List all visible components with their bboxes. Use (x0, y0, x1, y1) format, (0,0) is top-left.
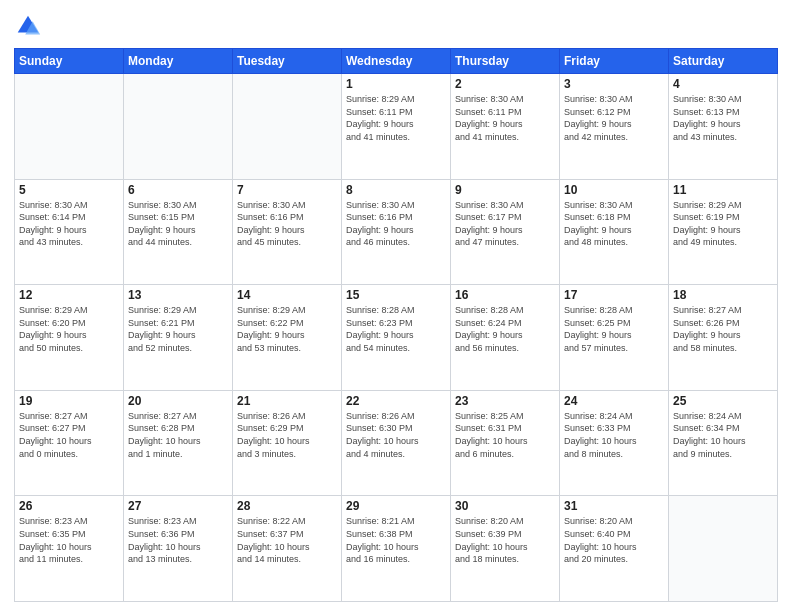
day-number: 18 (673, 288, 773, 302)
calendar-cell: 3Sunrise: 8:30 AM Sunset: 6:12 PM Daylig… (560, 74, 669, 180)
day-info: Sunrise: 8:28 AM Sunset: 6:25 PM Dayligh… (564, 304, 664, 354)
day-info: Sunrise: 8:28 AM Sunset: 6:23 PM Dayligh… (346, 304, 446, 354)
day-info: Sunrise: 8:25 AM Sunset: 6:31 PM Dayligh… (455, 410, 555, 460)
day-number: 17 (564, 288, 664, 302)
calendar-cell: 5Sunrise: 8:30 AM Sunset: 6:14 PM Daylig… (15, 179, 124, 285)
calendar-week-row: 5Sunrise: 8:30 AM Sunset: 6:14 PM Daylig… (15, 179, 778, 285)
day-number: 28 (237, 499, 337, 513)
day-number: 14 (237, 288, 337, 302)
calendar-cell: 21Sunrise: 8:26 AM Sunset: 6:29 PM Dayli… (233, 390, 342, 496)
day-info: Sunrise: 8:24 AM Sunset: 6:34 PM Dayligh… (673, 410, 773, 460)
weekday-header: Saturday (669, 49, 778, 74)
day-number: 1 (346, 77, 446, 91)
calendar-cell: 30Sunrise: 8:20 AM Sunset: 6:39 PM Dayli… (451, 496, 560, 602)
calendar-cell: 26Sunrise: 8:23 AM Sunset: 6:35 PM Dayli… (15, 496, 124, 602)
day-info: Sunrise: 8:20 AM Sunset: 6:40 PM Dayligh… (564, 515, 664, 565)
weekday-header: Friday (560, 49, 669, 74)
weekday-header: Thursday (451, 49, 560, 74)
day-info: Sunrise: 8:29 AM Sunset: 6:20 PM Dayligh… (19, 304, 119, 354)
day-info: Sunrise: 8:26 AM Sunset: 6:29 PM Dayligh… (237, 410, 337, 460)
calendar-cell: 27Sunrise: 8:23 AM Sunset: 6:36 PM Dayli… (124, 496, 233, 602)
calendar-cell (669, 496, 778, 602)
calendar-cell: 13Sunrise: 8:29 AM Sunset: 6:21 PM Dayli… (124, 285, 233, 391)
day-info: Sunrise: 8:30 AM Sunset: 6:17 PM Dayligh… (455, 199, 555, 249)
weekday-header: Sunday (15, 49, 124, 74)
calendar-week-row: 19Sunrise: 8:27 AM Sunset: 6:27 PM Dayli… (15, 390, 778, 496)
day-info: Sunrise: 8:24 AM Sunset: 6:33 PM Dayligh… (564, 410, 664, 460)
calendar-cell: 1Sunrise: 8:29 AM Sunset: 6:11 PM Daylig… (342, 74, 451, 180)
day-number: 27 (128, 499, 228, 513)
day-number: 9 (455, 183, 555, 197)
day-number: 6 (128, 183, 228, 197)
calendar-week-row: 12Sunrise: 8:29 AM Sunset: 6:20 PM Dayli… (15, 285, 778, 391)
day-info: Sunrise: 8:30 AM Sunset: 6:13 PM Dayligh… (673, 93, 773, 143)
calendar-cell: 31Sunrise: 8:20 AM Sunset: 6:40 PM Dayli… (560, 496, 669, 602)
logo-icon (14, 12, 42, 40)
calendar-cell: 10Sunrise: 8:30 AM Sunset: 6:18 PM Dayli… (560, 179, 669, 285)
weekday-header-row: SundayMondayTuesdayWednesdayThursdayFrid… (15, 49, 778, 74)
calendar-cell: 11Sunrise: 8:29 AM Sunset: 6:19 PM Dayli… (669, 179, 778, 285)
day-number: 16 (455, 288, 555, 302)
day-number: 12 (19, 288, 119, 302)
day-info: Sunrise: 8:30 AM Sunset: 6:12 PM Dayligh… (564, 93, 664, 143)
day-info: Sunrise: 8:30 AM Sunset: 6:18 PM Dayligh… (564, 199, 664, 249)
calendar-cell: 6Sunrise: 8:30 AM Sunset: 6:15 PM Daylig… (124, 179, 233, 285)
day-number: 19 (19, 394, 119, 408)
day-number: 2 (455, 77, 555, 91)
day-number: 23 (455, 394, 555, 408)
day-number: 31 (564, 499, 664, 513)
day-number: 13 (128, 288, 228, 302)
weekday-header: Wednesday (342, 49, 451, 74)
day-number: 11 (673, 183, 773, 197)
calendar-cell: 29Sunrise: 8:21 AM Sunset: 6:38 PM Dayli… (342, 496, 451, 602)
weekday-header: Tuesday (233, 49, 342, 74)
calendar-cell: 14Sunrise: 8:29 AM Sunset: 6:22 PM Dayli… (233, 285, 342, 391)
calendar: SundayMondayTuesdayWednesdayThursdayFrid… (14, 48, 778, 602)
day-number: 26 (19, 499, 119, 513)
day-info: Sunrise: 8:30 AM Sunset: 6:16 PM Dayligh… (237, 199, 337, 249)
day-info: Sunrise: 8:30 AM Sunset: 6:11 PM Dayligh… (455, 93, 555, 143)
day-number: 7 (237, 183, 337, 197)
calendar-cell: 18Sunrise: 8:27 AM Sunset: 6:26 PM Dayli… (669, 285, 778, 391)
calendar-cell: 8Sunrise: 8:30 AM Sunset: 6:16 PM Daylig… (342, 179, 451, 285)
day-number: 25 (673, 394, 773, 408)
calendar-cell: 16Sunrise: 8:28 AM Sunset: 6:24 PM Dayli… (451, 285, 560, 391)
day-info: Sunrise: 8:30 AM Sunset: 6:15 PM Dayligh… (128, 199, 228, 249)
calendar-cell: 23Sunrise: 8:25 AM Sunset: 6:31 PM Dayli… (451, 390, 560, 496)
day-info: Sunrise: 8:29 AM Sunset: 6:21 PM Dayligh… (128, 304, 228, 354)
calendar-cell (15, 74, 124, 180)
day-number: 8 (346, 183, 446, 197)
calendar-cell: 15Sunrise: 8:28 AM Sunset: 6:23 PM Dayli… (342, 285, 451, 391)
day-number: 15 (346, 288, 446, 302)
day-info: Sunrise: 8:23 AM Sunset: 6:36 PM Dayligh… (128, 515, 228, 565)
day-info: Sunrise: 8:23 AM Sunset: 6:35 PM Dayligh… (19, 515, 119, 565)
day-number: 22 (346, 394, 446, 408)
calendar-cell: 17Sunrise: 8:28 AM Sunset: 6:25 PM Dayli… (560, 285, 669, 391)
calendar-cell (233, 74, 342, 180)
day-info: Sunrise: 8:20 AM Sunset: 6:39 PM Dayligh… (455, 515, 555, 565)
calendar-cell: 22Sunrise: 8:26 AM Sunset: 6:30 PM Dayli… (342, 390, 451, 496)
day-info: Sunrise: 8:30 AM Sunset: 6:14 PM Dayligh… (19, 199, 119, 249)
calendar-cell: 4Sunrise: 8:30 AM Sunset: 6:13 PM Daylig… (669, 74, 778, 180)
day-info: Sunrise: 8:26 AM Sunset: 6:30 PM Dayligh… (346, 410, 446, 460)
calendar-cell: 7Sunrise: 8:30 AM Sunset: 6:16 PM Daylig… (233, 179, 342, 285)
calendar-week-row: 26Sunrise: 8:23 AM Sunset: 6:35 PM Dayli… (15, 496, 778, 602)
day-number: 29 (346, 499, 446, 513)
day-number: 30 (455, 499, 555, 513)
calendar-cell: 24Sunrise: 8:24 AM Sunset: 6:33 PM Dayli… (560, 390, 669, 496)
day-info: Sunrise: 8:29 AM Sunset: 6:19 PM Dayligh… (673, 199, 773, 249)
day-info: Sunrise: 8:27 AM Sunset: 6:28 PM Dayligh… (128, 410, 228, 460)
day-number: 20 (128, 394, 228, 408)
day-number: 3 (564, 77, 664, 91)
day-info: Sunrise: 8:22 AM Sunset: 6:37 PM Dayligh… (237, 515, 337, 565)
day-info: Sunrise: 8:29 AM Sunset: 6:11 PM Dayligh… (346, 93, 446, 143)
day-number: 5 (19, 183, 119, 197)
calendar-cell (124, 74, 233, 180)
day-info: Sunrise: 8:28 AM Sunset: 6:24 PM Dayligh… (455, 304, 555, 354)
weekday-header: Monday (124, 49, 233, 74)
calendar-cell: 9Sunrise: 8:30 AM Sunset: 6:17 PM Daylig… (451, 179, 560, 285)
calendar-cell: 28Sunrise: 8:22 AM Sunset: 6:37 PM Dayli… (233, 496, 342, 602)
calendar-cell: 2Sunrise: 8:30 AM Sunset: 6:11 PM Daylig… (451, 74, 560, 180)
calendar-cell: 12Sunrise: 8:29 AM Sunset: 6:20 PM Dayli… (15, 285, 124, 391)
page: SundayMondayTuesdayWednesdayThursdayFrid… (0, 0, 792, 612)
